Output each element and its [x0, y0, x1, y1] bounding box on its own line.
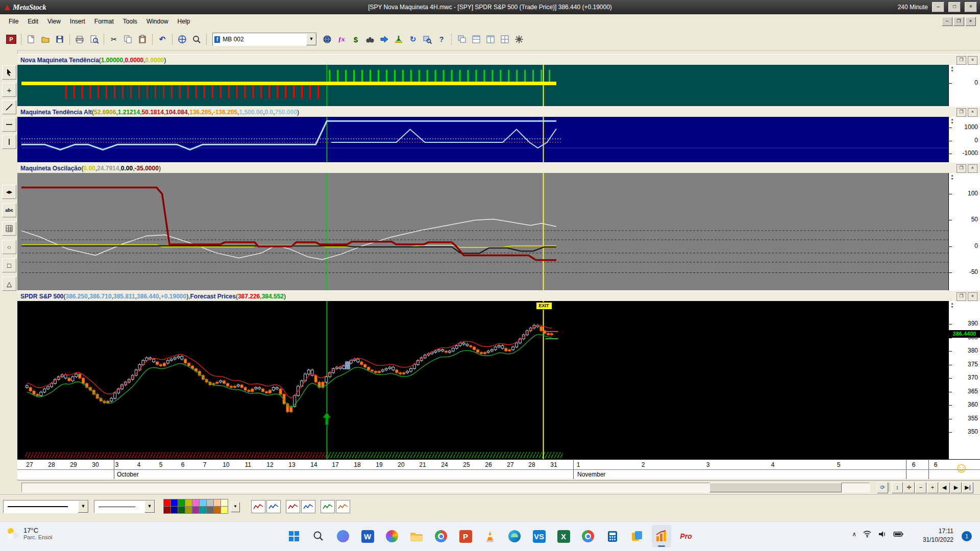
- function-icon[interactable]: ƒx: [335, 33, 348, 46]
- menu-view[interactable]: View: [43, 16, 65, 27]
- panel-axis-nova-tendencia[interactable]: ▲ ▼0: [948, 65, 980, 106]
- task-view-button[interactable]: [333, 525, 353, 547]
- indicator-globe-icon[interactable]: [321, 33, 334, 46]
- rectangle-tool[interactable]: □: [2, 258, 16, 272]
- new-chart-icon[interactable]: [24, 33, 38, 46]
- help-pointer-icon[interactable]: ?: [435, 33, 448, 46]
- powerpoint-icon[interactable]: P: [456, 525, 475, 547]
- panel-plot-oscilacao[interactable]: [17, 173, 948, 290]
- dollar-icon[interactable]: $: [349, 33, 362, 46]
- word-icon[interactable]: W: [358, 525, 377, 547]
- panel-axis-scroll[interactable]: ▲ ▼: [949, 65, 955, 72]
- tile-vertical-icon[interactable]: [484, 33, 497, 46]
- line-weight-dropdown[interactable]: ▼: [94, 500, 155, 513]
- cut-icon[interactable]: ✂: [107, 33, 120, 46]
- palette-color[interactable]: [178, 499, 185, 507]
- panel-plot-price[interactable]: [17, 301, 948, 459]
- refresh-view-button[interactable]: ⟳: [877, 482, 888, 493]
- menu-help[interactable]: Help: [173, 16, 195, 27]
- child-restore-button[interactable]: ❐: [953, 17, 964, 26]
- tile-grid-icon[interactable]: [498, 33, 511, 46]
- indicator-style-5[interactable]: [321, 500, 335, 513]
- indicator-style-1[interactable]: [251, 500, 265, 513]
- close-button[interactable]: ×: [965, 2, 977, 12]
- downloader-icon[interactable]: [392, 33, 405, 46]
- panel-maximize-button[interactable]: ❐: [957, 108, 966, 117]
- triangle-tool[interactable]: △: [2, 277, 16, 291]
- palette-color[interactable]: [199, 506, 207, 514]
- palette-color[interactable]: [178, 506, 185, 514]
- palette-color[interactable]: [170, 506, 178, 514]
- ellipse-tool[interactable]: ○: [2, 240, 16, 254]
- tile-horizontal-icon[interactable]: [470, 33, 483, 46]
- paste-icon[interactable]: [136, 33, 149, 46]
- palette-color[interactable]: [220, 506, 228, 514]
- clock-widget[interactable]: 17:11 31/10/2022: [923, 527, 953, 544]
- palette-color[interactable]: [163, 499, 171, 507]
- maximize-button[interactable]: □: [948, 2, 961, 12]
- indicator-style-4[interactable]: [301, 500, 315, 513]
- panel-close-button[interactable]: ×: [968, 56, 977, 65]
- trendline-tool[interactable]: [2, 100, 16, 114]
- line-style-arrow-icon[interactable]: ▼: [78, 500, 88, 513]
- palette-color[interactable]: [213, 506, 221, 514]
- menu-file[interactable]: File: [4, 16, 23, 27]
- palette-color[interactable]: [163, 506, 171, 514]
- palette-color[interactable]: [170, 499, 178, 507]
- vertical-line-tool[interactable]: [2, 135, 16, 149]
- step-left-button[interactable]: ◀: [939, 482, 950, 493]
- excel-icon[interactable]: X: [554, 525, 573, 547]
- pro-icon[interactable]: Pro: [676, 525, 696, 547]
- widgets-icon[interactable]: [627, 525, 647, 547]
- vscode-icon[interactable]: VS: [529, 525, 549, 547]
- copy-icon[interactable]: [121, 33, 135, 46]
- notification-badge[interactable]: 1: [962, 531, 972, 541]
- zoom-in-button[interactable]: +: [927, 482, 938, 493]
- panel-close-button[interactable]: ×: [968, 292, 977, 301]
- pan-chart-icon[interactable]: [176, 33, 189, 46]
- indicator-style-6[interactable]: [336, 500, 350, 513]
- palette-color[interactable]: [185, 506, 192, 514]
- palette-color[interactable]: [199, 499, 207, 507]
- metastock-downloader-icon[interactable]: [652, 525, 671, 547]
- palette-color[interactable]: [206, 506, 214, 514]
- child-close-button[interactable]: ×: [965, 17, 976, 26]
- vertical-scale-button[interactable]: ↕: [892, 482, 903, 493]
- line-weight-arrow-icon[interactable]: ▼: [144, 500, 155, 513]
- layout-dropdown-arrow-icon[interactable]: ▼: [306, 33, 316, 45]
- step-end-button[interactable]: ▶|: [962, 482, 973, 493]
- layout-dropdown[interactable]: f MB 002 ▼: [212, 33, 317, 46]
- battery-icon[interactable]: [893, 531, 903, 537]
- binoculars-icon[interactable]: [363, 33, 377, 46]
- scroll-left-right-tool[interactable]: ◀▶: [2, 185, 16, 199]
- panel-axis-scroll[interactable]: ▲ ▼: [949, 117, 955, 124]
- pan-view-button[interactable]: ✛: [903, 482, 915, 493]
- zoom-icon[interactable]: [190, 33, 203, 46]
- browser-icon[interactable]: [578, 525, 598, 547]
- menu-tools[interactable]: Tools: [118, 16, 142, 27]
- photos-icon[interactable]: [382, 525, 402, 547]
- wifi-icon[interactable]: [863, 530, 872, 538]
- panel-maximize-button[interactable]: ❐: [957, 56, 966, 65]
- zoom-out-button[interactable]: −: [915, 482, 926, 493]
- search-button[interactable]: [309, 525, 328, 547]
- horizontal-line-tool[interactable]: [2, 117, 16, 132]
- cascade-windows-icon[interactable]: [455, 33, 469, 46]
- palette-color[interactable]: [206, 499, 214, 507]
- indicator-style-3[interactable]: [286, 500, 300, 513]
- palette-color[interactable]: [192, 499, 200, 507]
- open-chart-icon[interactable]: [39, 33, 52, 46]
- palette-color[interactable]: [213, 499, 221, 507]
- refresh-data-icon[interactable]: ↻: [406, 33, 420, 46]
- child-minimize-button[interactable]: –: [942, 17, 952, 26]
- menu-format[interactable]: Format: [90, 16, 118, 27]
- crosshair-tool[interactable]: +: [2, 83, 16, 97]
- undo-icon[interactable]: ↶: [156, 33, 169, 46]
- palette-color[interactable]: [220, 499, 228, 507]
- minimize-button[interactable]: –: [932, 2, 944, 12]
- palette-color[interactable]: [185, 499, 192, 507]
- palette-color[interactable]: [192, 506, 200, 514]
- chrome-icon[interactable]: [431, 525, 451, 547]
- color-palette-arrow-icon[interactable]: ▼: [231, 502, 240, 512]
- options-gear-icon[interactable]: [512, 33, 526, 46]
